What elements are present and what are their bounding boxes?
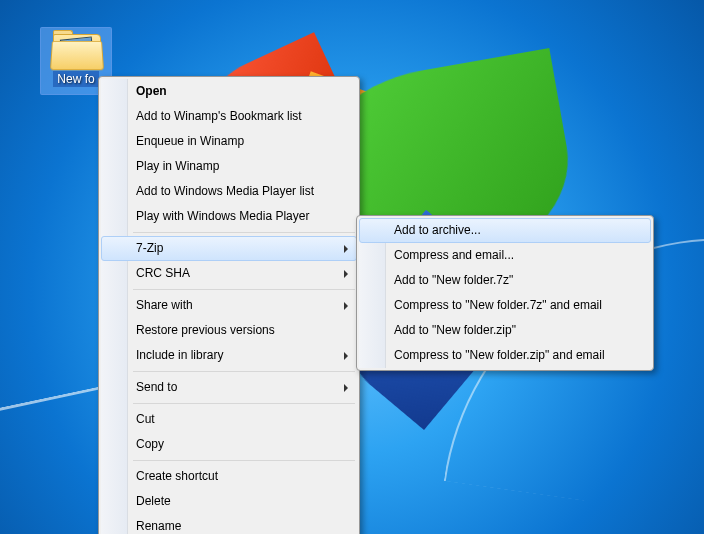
menu-item-open[interactable]: Open [101,79,357,104]
menu-label: Enqueue in Winamp [136,134,244,148]
menu-label: Compress and email... [394,248,514,262]
submenu-arrow-icon [344,384,348,392]
menu-item-7zip[interactable]: 7-Zip [101,236,357,261]
submenu-item-add-7z[interactable]: Add to "New folder.7z" [359,268,651,293]
menu-label: Add to "New folder.zip" [394,323,516,337]
desktop-icon-label: New fo [53,71,98,87]
menu-separator [133,232,355,233]
menu-label: Add to archive... [394,223,481,237]
menu-label: Create shortcut [136,469,218,483]
menu-item-rename[interactable]: Rename [101,514,357,534]
menu-label: Add to Windows Media Player list [136,184,314,198]
menu-label: Compress to "New folder.zip" and email [394,348,605,362]
menu-label: Cut [136,412,155,426]
menu-label: Copy [136,437,164,451]
menu-item-include-library[interactable]: Include in library [101,343,357,368]
desktop[interactable]: New fo Open Add to Winamp's Bookmark lis… [0,0,704,534]
submenu-arrow-icon [344,245,348,253]
menu-item-wmp-add[interactable]: Add to Windows Media Player list [101,179,357,204]
menu-label: Add to Winamp's Bookmark list [136,109,302,123]
submenu-arrow-icon [344,352,348,360]
submenu-item-add-archive[interactable]: Add to archive... [359,218,651,243]
submenu-item-compress-email[interactable]: Compress and email... [359,243,651,268]
menu-item-winamp-enqueue[interactable]: Enqueue in Winamp [101,129,357,154]
menu-label: CRC SHA [136,266,190,280]
menu-item-crc-sha[interactable]: CRC SHA [101,261,357,286]
submenu-arrow-icon [344,270,348,278]
submenu-item-compress-zip-email[interactable]: Compress to "New folder.zip" and email [359,343,651,368]
menu-item-copy[interactable]: Copy [101,432,357,457]
menu-item-create-shortcut[interactable]: Create shortcut [101,464,357,489]
submenu-arrow-icon [344,302,348,310]
menu-label: Delete [136,494,171,508]
menu-item-winamp-play[interactable]: Play in Winamp [101,154,357,179]
menu-item-send-to[interactable]: Send to [101,375,357,400]
menu-label: Restore previous versions [136,323,275,337]
menu-item-winamp-bookmark[interactable]: Add to Winamp's Bookmark list [101,104,357,129]
menu-separator [133,460,355,461]
menu-label: Share with [136,298,193,312]
submenu-item-add-zip[interactable]: Add to "New folder.zip" [359,318,651,343]
menu-label: Compress to "New folder.7z" and email [394,298,602,312]
context-menu: Open Add to Winamp's Bookmark list Enque… [98,76,360,534]
submenu-7zip: Add to archive... Compress and email... … [356,215,654,371]
menu-item-cut[interactable]: Cut [101,407,357,432]
folder-icon [51,30,101,68]
menu-item-restore-previous[interactable]: Restore previous versions [101,318,357,343]
menu-label: Rename [136,519,181,533]
menu-label: Open [136,84,167,98]
menu-label: Include in library [136,348,223,362]
menu-separator [133,289,355,290]
menu-item-delete[interactable]: Delete [101,489,357,514]
menu-item-share-with[interactable]: Share with [101,293,357,318]
menu-separator [133,403,355,404]
menu-label: Add to "New folder.7z" [394,273,513,287]
menu-separator [133,371,355,372]
menu-item-wmp-play[interactable]: Play with Windows Media Player [101,204,357,229]
menu-label: Play in Winamp [136,159,219,173]
menu-label: Send to [136,380,177,394]
submenu-item-compress-7z-email[interactable]: Compress to "New folder.7z" and email [359,293,651,318]
menu-label: 7-Zip [136,241,163,255]
menu-label: Play with Windows Media Player [136,209,309,223]
